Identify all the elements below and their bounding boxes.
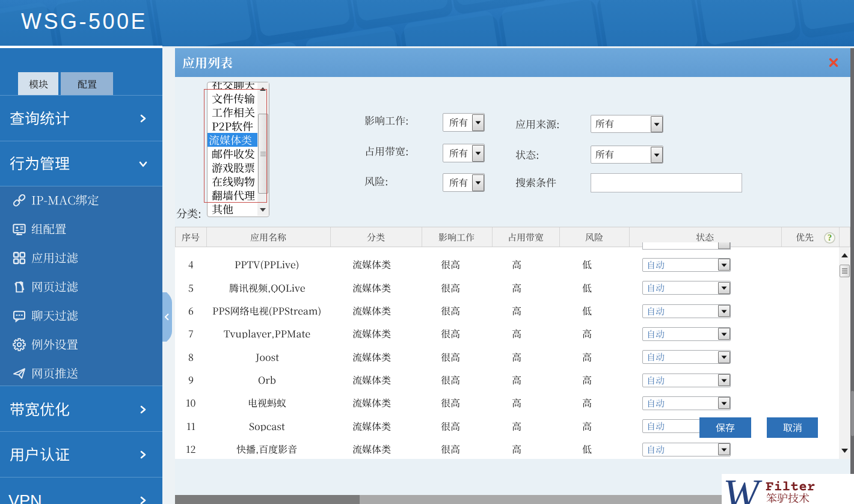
svg-text:?: ? <box>828 233 832 242</box>
